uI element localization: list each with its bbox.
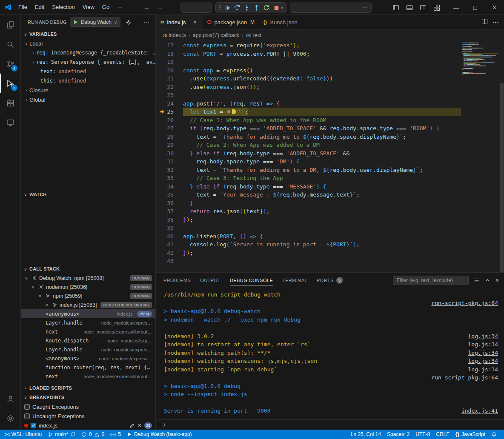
code-content[interactable]: .use(express.urlencoded({extended: false… (183, 74, 461, 83)
scrollbar-thumb[interactable] (500, 83, 504, 272)
console-source-link[interactable]: index.js:41 (461, 407, 498, 415)
code-content[interactable]: return res.json({text}); (183, 207, 461, 216)
back-arrow-icon[interactable]: ← (144, 4, 150, 11)
breakpoint-gutter[interactable]: 18 (156, 50, 183, 58)
breakpoints-header[interactable]: ∨ BREAKPOINTS (21, 393, 155, 402)
maximize-button[interactable]: □ (466, 0, 485, 15)
code-content[interactable] (183, 224, 461, 232)
stop-button[interactable] (272, 3, 281, 12)
statusbar-debug-status[interactable]: Debug Watch (basic-app) (124, 430, 195, 439)
code-content[interactable]: req.body.space.type === 'DM') { (183, 157, 461, 166)
breakpoint-gutter[interactable]: 23 (156, 91, 183, 100)
command-center-more-icon[interactable]: ⋯ (363, 4, 368, 10)
remove-breakpoint-icon[interactable]: × (138, 422, 141, 428)
activity-run-and-debug[interactable]: 1 (0, 74, 20, 93)
breakpoint-gutter[interactable]: 33 (156, 174, 183, 182)
breakpoint-gutter[interactable]: 28 (156, 133, 183, 141)
menu-view[interactable]: View (79, 2, 98, 12)
console-filter-input[interactable] (393, 276, 469, 285)
toggle-secondary-sidebar-icon[interactable] (418, 3, 429, 13)
statusbar-eol[interactable]: CRLF (433, 430, 452, 439)
statusbar-notifications[interactable] (488, 430, 500, 439)
breakpoint-gutter[interactable]: 38 (156, 216, 183, 224)
code-content[interactable] (183, 257, 461, 265)
code-content[interactable]: app.post('/', (req, res) => { (183, 100, 461, 108)
console-source-link[interactable]: log.js:34 (468, 349, 498, 357)
menu-more-icon[interactable]: ⋯ (113, 2, 126, 12)
variable-row[interactable]: ∨Local (21, 39, 155, 48)
console-source-link[interactable]: log.js:34 (468, 332, 498, 341)
statusbar-encoding[interactable]: UTF-8 (412, 430, 433, 439)
tab-launch.json[interactable]: {}launch.json (259, 15, 302, 29)
step-into-button[interactable] (243, 3, 251, 12)
breakpoint-gutter[interactable]: 34 (156, 182, 183, 191)
minimap[interactable] (461, 41, 499, 272)
breakpoint-checkbox[interactable] (24, 404, 30, 410)
breakpoint-gutter[interactable]: 40 (156, 232, 183, 241)
code-content[interactable]: app.listen(PORT, () => { (183, 232, 461, 241)
code-content[interactable]: } (183, 199, 461, 208)
split-editor-icon[interactable] (481, 18, 488, 26)
breakpoint-gutter[interactable]: 43 (156, 257, 183, 265)
code-content[interactable]: const PORT = process.env.PORT || 9000; (183, 50, 461, 58)
code-content[interactable]: } else if (req.body.type === 'MESSAGE') … (183, 182, 461, 191)
code-content[interactable]: }); (183, 249, 461, 257)
breakpoint-gutter[interactable]: 24 (156, 100, 183, 108)
debug-session-row[interactable]: ∨index.js [25083]PAUSED ON BREAKPOINT (21, 300, 155, 309)
variables-header[interactable]: ∨ VARIABLES (21, 29, 155, 39)
activity-remote-explorer[interactable] (0, 113, 20, 132)
variable-row[interactable]: text:undefined (21, 67, 155, 76)
activity-extensions[interactable] (0, 93, 20, 113)
breakpoint-gutter[interactable]: 25 (156, 108, 183, 116)
stack-frame-row[interactable]: <anonymous>index.js25:14 (21, 309, 155, 318)
breakpoint-gutter[interactable]: 22 (156, 83, 183, 91)
close-panel-icon[interactable]: × (495, 277, 499, 284)
breakpoint-gutter[interactable]: 29 (156, 141, 183, 149)
tab-index.js[interactable]: JSindex.js× (156, 15, 203, 29)
forward-arrow-icon[interactable]: → (157, 4, 163, 11)
stack-frame-row[interactable]: nextnode_modules/express/lib/rout… (21, 327, 155, 336)
close-tab-icon[interactable]: × (191, 18, 198, 26)
debug-console-input[interactable] (156, 419, 504, 430)
console-source-link[interactable]: run-script-pkg.js:64 (431, 299, 498, 308)
code-content[interactable]: console.log(`Server is running in port -… (183, 240, 461, 249)
stack-frame-row[interactable]: nextnode_modules/express/lib/rout… (21, 372, 155, 381)
breakpoint-gutter[interactable]: 21 (156, 74, 183, 83)
start-debugging-icon[interactable] (73, 20, 78, 25)
console-source-link[interactable]: log.js:34 (468, 365, 498, 374)
clear-console-icon[interactable] (474, 277, 480, 283)
statusbar-language[interactable]: {}JavaScript (452, 430, 488, 439)
loaded-scripts-header[interactable]: › LOADED SCRIPTS (21, 383, 155, 393)
stack-frame-row[interactable]: <anonymous>node_modules/express… (21, 354, 155, 363)
watch-header[interactable]: ∨ WATCH (21, 190, 155, 199)
close-button[interactable]: × (485, 0, 504, 15)
code-content[interactable]: }); (183, 216, 461, 224)
variable-row[interactable]: ›Closure (21, 86, 155, 95)
statusbar-ports-forwarded[interactable]: 5 (107, 430, 124, 439)
debug-session-row[interactable]: ∨nodemon [25036]RUNNING (21, 282, 155, 291)
breadcrumb-item[interactable]: text (246, 32, 261, 38)
toggle-sidebar-icon[interactable] (390, 3, 401, 13)
breakpoint-gutter[interactable]: 19 (156, 58, 183, 66)
breakpoint-gutter[interactable]: 42 (156, 249, 183, 257)
statusbar-problems[interactable]: 00 (78, 430, 107, 439)
stack-frame-row[interactable]: Layer.handlenode_modules/expres… (21, 345, 155, 354)
continue-button[interactable] (223, 3, 232, 12)
panel-tab-output[interactable]: OUTPUT (200, 273, 220, 288)
chevron-down-icon[interactable]: ∨ (281, 6, 284, 10)
command-center-search[interactable]: ⋯ (290, 3, 372, 13)
menu-edit[interactable]: Edit (31, 2, 48, 12)
code-content[interactable]: } else if (req.body.type === 'ADDED_TO_S… (183, 149, 461, 158)
code-content[interactable]: text = `Your message : ${req.body.messag… (183, 191, 461, 199)
activity-accounts[interactable] (0, 389, 20, 408)
step-over-button[interactable] (233, 3, 241, 12)
panel-tab-ports[interactable]: PORTS5 (317, 273, 343, 288)
code-content[interactable] (183, 91, 461, 100)
editor-more-actions-icon[interactable]: ⋯ (492, 18, 499, 26)
panel-tab-problems[interactable]: PROBLEMS (163, 273, 191, 288)
statusbar-indentation[interactable]: Spaces: 2 (384, 430, 412, 439)
breakpoint-gutter[interactable]: 20 (156, 66, 183, 75)
variable-row[interactable]: ›Global (21, 95, 155, 104)
breakpoint-checkbox[interactable] (31, 423, 36, 428)
code-content[interactable] (183, 58, 461, 66)
